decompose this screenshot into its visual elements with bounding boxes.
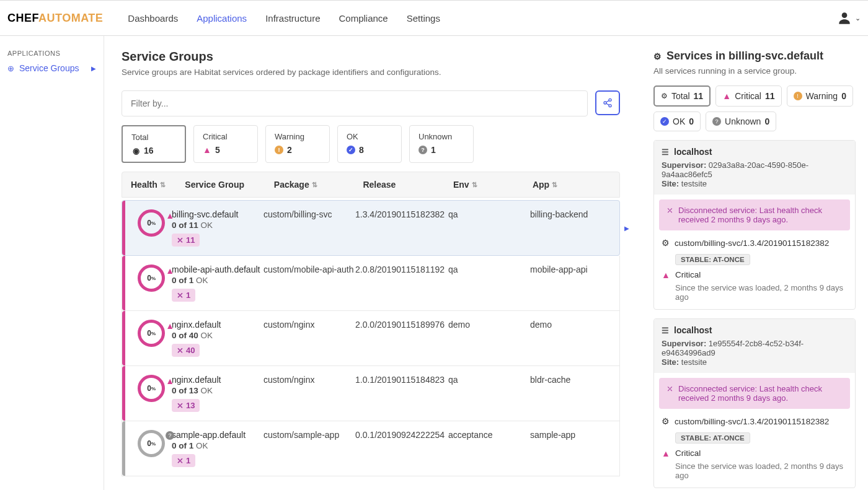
package-icon: ⚙: [662, 238, 670, 248]
cell-service-group: nginx.default 0 of 40 OK ⤫40: [172, 320, 264, 357]
link-broken-icon: ⤫: [666, 384, 673, 403]
cell-service-group: sample-app.default 0 of 1 OK ⤫1: [172, 430, 264, 467]
filter-input[interactable]: [122, 90, 588, 116]
cell-package: custom/mobile-api-auth: [264, 265, 355, 302]
stat-ok[interactable]: OK ✓8: [337, 125, 402, 163]
cell-env: demo: [448, 320, 530, 357]
table-header: Health⇅ Service Group Package⇅ Release E…: [122, 172, 620, 198]
status-bar: [122, 311, 125, 365]
link-broken-icon: ⤫: [177, 456, 184, 465]
table-row[interactable]: 0% ▲ nginx.default 0 of 13 OK ⤫13 custom…: [122, 366, 620, 421]
table-row[interactable]: 0% ? sample-app.default 0 of 1 OK ⤫1 cus…: [122, 421, 620, 476]
stat-warning[interactable]: Warning !2: [265, 125, 330, 163]
disconnected-badge: ⤫11: [172, 234, 200, 247]
unknown-icon: ?: [418, 146, 427, 154]
link-broken-icon: ⤫: [666, 206, 673, 224]
disconnected-banner: ⤫Disconnected service: Last health check…: [659, 378, 850, 409]
logo-automate: AUTOMATE: [38, 12, 103, 24]
unknown-icon: ?: [166, 431, 174, 440]
cell-release: 0.0.1/20190924222254: [355, 430, 448, 467]
service-tag: STABLE: AT-ONCE: [675, 432, 750, 444]
service-package: custom/billing-svc/1.3.4/20190115182382: [675, 417, 829, 426]
stat-unknown[interactable]: Unknown ?1: [409, 125, 474, 163]
link-broken-icon: ⤫: [177, 401, 184, 410]
cell-package: custom/sample-app: [264, 430, 355, 467]
service-card[interactable]: ☰localhost Supervisor: 029a3a8a-20ac-459…: [653, 140, 856, 310]
status-bar: [122, 201, 125, 255]
chip-unknown[interactable]: ?Unknown0: [706, 112, 776, 131]
cell-release: 1.0.1/20190115184823: [355, 375, 448, 412]
disconnected-badge: ⤫40: [172, 344, 200, 357]
chip-warning[interactable]: !Warning0: [787, 85, 853, 107]
sidebar: APPLICATIONS ⊕ Service Groups ▶: [0, 36, 104, 490]
cell-app: bldr-cache: [530, 375, 611, 412]
col-service-group: Service Group: [185, 180, 274, 190]
chip-critical[interactable]: ▲Critical11: [715, 85, 781, 107]
service-since: Since the service was loaded, 2 months 9…: [675, 462, 848, 480]
logo-chef: CHEF: [7, 12, 38, 24]
cell-env: qa: [448, 265, 530, 302]
cell-app: mobile-app-api: [530, 265, 611, 302]
cell-env: qa: [448, 375, 530, 412]
health-donut: 0% ▲: [131, 209, 172, 237]
col-app[interactable]: App⇅: [533, 180, 611, 190]
chess-icon: ⚙: [653, 51, 662, 61]
col-release: Release: [363, 180, 453, 190]
svg-line-4: [606, 100, 609, 102]
table-row[interactable]: 0% ▲ nginx.default 0 of 40 OK ⤫40 custom…: [122, 311, 620, 366]
sidebar-item-service-groups[interactable]: ⊕ Service Groups ▶: [7, 63, 96, 73]
link-broken-icon: ⤫: [177, 346, 184, 355]
table-row[interactable]: 0% ▲ mobile-api-auth.default 0 of 1 OK ⤫…: [122, 256, 620, 311]
disconnected-banner: ⤫Disconnected service: Last health check…: [659, 199, 850, 230]
nav-applications[interactable]: Applications: [197, 13, 247, 24]
sort-icon: ⇅: [312, 181, 317, 189]
table-body: 0% ▲ billing-svc.default 0 of 11 OK ⤫11 …: [122, 200, 620, 476]
list-icon: ☰: [662, 147, 669, 157]
col-package[interactable]: Package⇅: [274, 180, 363, 190]
sidebar-item-label: Service Groups: [19, 63, 79, 73]
chip-total[interactable]: ⚙Total11: [653, 85, 711, 107]
service-card[interactable]: ☰localhost Supervisor: 1e95554f-2cb8-4c5…: [653, 318, 856, 488]
cell-app: sample-app: [530, 430, 611, 467]
svg-line-5: [606, 103, 609, 105]
svg-point-0: [842, 12, 848, 18]
chip-ok[interactable]: ✓OK0: [653, 112, 701, 131]
service-since: Since the service was loaded, 2 months 9…: [675, 283, 848, 302]
nav-compliance[interactable]: Compliance: [339, 13, 388, 24]
page-title: Service Groups: [122, 50, 620, 64]
chess-icon: ⚙: [661, 92, 668, 100]
service-groups-icon: ⊕: [7, 64, 14, 73]
user-icon: [836, 10, 852, 26]
list-icon: ☰: [662, 326, 669, 335]
col-health[interactable]: Health⇅: [131, 180, 185, 190]
share-button[interactable]: [595, 90, 620, 115]
ok-icon: ✓: [347, 146, 355, 154]
nav-settings[interactable]: Settings: [407, 13, 440, 24]
status-bar: [122, 366, 125, 421]
health-donut: 0% ▲: [131, 375, 172, 402]
nav-infrastructure[interactable]: Infrastructure: [265, 13, 320, 24]
warning-icon: !: [794, 92, 802, 100]
detail-panel: ⚙ Services in billing-svc.default All se…: [637, 36, 867, 490]
cell-release: 2.0.0/20190115189976: [355, 320, 448, 357]
share-icon: [603, 98, 613, 108]
service-tag: STABLE: AT-ONCE: [675, 254, 750, 265]
stat-critical[interactable]: Critical ▲5: [193, 125, 258, 163]
disconnected-badge: ⤫1: [172, 289, 195, 302]
table-row[interactable]: 0% ▲ billing-svc.default 0 of 11 OK ⤫11 …: [122, 200, 620, 256]
health-donut: 0% ▲: [131, 320, 172, 347]
health-donut: 0% ▲: [131, 265, 172, 292]
nav-dashboards[interactable]: Dashboards: [128, 13, 178, 24]
status-bar: [122, 421, 125, 476]
service-card-header: ☰localhost Supervisor: 029a3a8a-20ac-459…: [654, 141, 855, 195]
critical-icon: ▲: [166, 321, 174, 331]
page-subtitle: Service groups are Habitat services orde…: [122, 68, 620, 77]
critical-icon: ▲: [166, 266, 174, 276]
service-state: Critical: [675, 448, 701, 458]
service-state: Critical: [675, 270, 701, 279]
stat-total[interactable]: Total ◉16: [122, 125, 186, 163]
cell-service-group: mobile-api-auth.default 0 of 1 OK ⤫1: [172, 265, 264, 302]
col-env[interactable]: Env⇅: [453, 180, 533, 190]
sort-icon: ⇅: [552, 181, 557, 189]
user-menu[interactable]: ⌄: [836, 10, 861, 26]
